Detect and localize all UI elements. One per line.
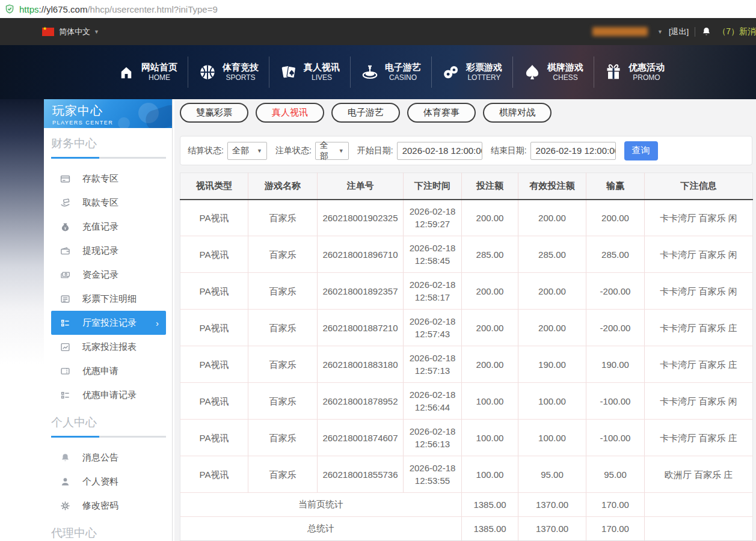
stats-label: 总统计: [180, 517, 462, 541]
table-header: 视讯类型 游戏名称 注单号 下注时间 投注额 有效投注额 输赢 下注信息: [180, 173, 753, 200]
table-cell: 260218001874607: [318, 420, 404, 456]
table-cell: 百家乐: [248, 310, 318, 346]
nav-label-zh: 棋牌游戏: [547, 62, 583, 73]
nav-item-sports[interactable]: 体育竞技SPORTS: [188, 57, 269, 88]
table-cell: 190.00: [586, 346, 645, 383]
table-cell: 100.00: [518, 420, 586, 456]
tab-sports-events[interactable]: 体育赛事: [407, 103, 476, 123]
search-button[interactable]: 查询: [624, 141, 658, 160]
new-messages-link[interactable]: （7）新消息: [718, 26, 756, 37]
order-status-label: 注单状态:: [275, 145, 312, 156]
nav-item-lives[interactable]: 真人视讯LIVES: [269, 57, 350, 88]
sidebar-item-label: 优惠申请: [82, 365, 118, 377]
wallet-icon: [60, 246, 70, 256]
table-cell: 95.00: [586, 456, 645, 493]
col-bet-time: 下注时间: [404, 173, 462, 200]
nav-label-zh: 电子游艺: [385, 62, 421, 73]
spade-icon: [523, 63, 541, 81]
table-cell: PA视讯: [180, 310, 248, 346]
table-cell: 285.00: [462, 236, 518, 273]
col-game-name: 游戏名称: [248, 173, 318, 200]
order-status-select[interactable]: 全部 ▼: [315, 142, 349, 160]
stats-empty: [645, 493, 753, 517]
current-page-stats-row: 当前页统计 1385.00 1370.00 170.00: [180, 493, 753, 517]
tab-live-video[interactable]: 真人视讯: [256, 103, 324, 123]
tab-electronic-games[interactable]: 电子游艺: [331, 103, 400, 123]
table-row: PA视讯百家乐2602180018831802026-02-18 12:57:1…: [180, 346, 753, 383]
address-url[interactable]: https://yl675.com/hhcp/usercenter.html?i…: [19, 4, 218, 14]
table-cell: 200.00: [518, 310, 586, 346]
table-cell: 100.00: [462, 456, 518, 493]
table-cell: 200.00: [518, 200, 586, 236]
col-bet-info: 下注信息: [645, 173, 753, 200]
sidebar-item-label: 资金记录: [82, 269, 118, 281]
logout-link[interactable]: [退出]: [669, 26, 689, 37]
sidebar-item-withdraw-records[interactable]: 提现记录: [44, 239, 172, 263]
sidebar-item-personal-profile[interactable]: 个人资料: [44, 469, 172, 494]
settle-status-select[interactable]: 全部 ▼: [227, 142, 267, 160]
sidebar-item-label: 充值记录: [82, 221, 118, 233]
nav-item-chess[interactable]: 棋牌游戏CHESS: [512, 57, 594, 88]
stats-empty: [645, 517, 753, 541]
table-cell: 100.00: [518, 383, 586, 420]
sidebar-item-withdraw-zone[interactable]: 取款专区: [44, 191, 172, 215]
start-date-input[interactable]: [397, 142, 482, 160]
tab-board-games[interactable]: 棋牌对战: [483, 103, 552, 123]
table-cell: -100.00: [586, 420, 645, 456]
user-icon: [60, 477, 70, 487]
topbar-divider: [695, 27, 695, 37]
sidebar-item-label: 厅室投注记录: [82, 317, 137, 329]
sidebar-item-fund-records[interactable]: 资金记录: [44, 263, 172, 287]
withdraw-hand-icon: [60, 198, 70, 208]
chevron-down-icon: ▼: [339, 148, 344, 154]
sidebar-item-change-password[interactable]: 修改密码: [44, 494, 172, 518]
nav-label-zh: 网站首页: [141, 62, 177, 73]
nav-item-home[interactable]: 网站首页HOME: [107, 57, 188, 88]
bell-icon[interactable]: [701, 26, 711, 37]
col-bet-number: 注单号: [318, 173, 404, 200]
stats-win-loss: 170.00: [586, 517, 645, 541]
end-date-input[interactable]: [530, 142, 616, 160]
list-check-icon: [60, 318, 70, 328]
sidebar-item-lottery-bet-detail[interactable]: 彩票下注明细: [44, 287, 172, 311]
username-caret-icon[interactable]: ▼: [657, 29, 663, 35]
sidebar-item-deposit-zone[interactable]: 存款专区: [44, 167, 172, 191]
sidebar-item-label: 提现记录: [82, 245, 118, 257]
table-cell: 卡卡湾厅 百家乐 闲: [645, 200, 753, 236]
banknotes-icon: [60, 270, 70, 280]
player-center-sidebar: 玩家中心 PLAYERS CENTER 财务中心 存款专区 取款专区 充值记录 …: [44, 99, 173, 541]
nav-label-zh: 真人视讯: [304, 62, 340, 73]
table-cell: 百家乐: [248, 346, 318, 383]
roulette-icon: [361, 63, 379, 81]
sidebar-item-recharge-records[interactable]: 充值记录: [44, 215, 172, 239]
order-status-value: 全部: [320, 140, 331, 162]
end-date-label: 结束日期:: [491, 145, 527, 156]
nav-label-en: CASINO: [389, 73, 417, 82]
table-cell: -200.00: [586, 273, 645, 310]
table-cell: 200.00: [462, 273, 518, 310]
table-cell: 卡卡湾厅 百家乐 庄: [645, 420, 753, 456]
table-cell: 285.00: [518, 236, 586, 273]
sidebar-item-message-announcements[interactable]: 消息公告: [44, 445, 172, 469]
table-cell: 欧洲厅 百家乐 庄: [645, 456, 753, 493]
nav-item-lottery[interactable]: 彩票游戏LOTTERY: [431, 57, 512, 88]
sidebar-item-promo-apply-records[interactable]: 优惠申请记录: [44, 383, 172, 407]
nav-item-promo[interactable]: 优惠活动PROMO: [594, 57, 675, 88]
sidebar-item-hall-bet-records[interactable]: 厅室投注记录 ›: [51, 311, 166, 335]
language-selector[interactable]: 简体中文: [59, 26, 90, 37]
table-cell: 200.00: [462, 346, 518, 383]
nav-label-en: SPORTS: [226, 73, 255, 82]
nav-item-casino[interactable]: 电子游艺CASINO: [350, 57, 431, 88]
username-blurred[interactable]: [592, 27, 648, 36]
sidebar-item-promo-apply[interactable]: 优惠申请: [44, 359, 172, 383]
section-heading-agent: 代理中心: [51, 525, 166, 541]
language-caret-icon[interactable]: ▼: [94, 29, 99, 35]
tab-lottery[interactable]: 雙赢彩票: [180, 103, 248, 123]
table-row: PA视讯百家乐2602180018923572026-02-18 12:58:1…: [180, 273, 753, 310]
sidebar-item-player-bet-report[interactable]: 玩家投注报表: [44, 335, 172, 359]
nav-label-zh: 优惠活动: [628, 62, 665, 73]
sidebar-header: 玩家中心 PLAYERS CENTER: [44, 99, 172, 128]
table-row: PA视讯百家乐2602180018967102026-02-18 12:58:4…: [180, 236, 753, 273]
bet-table-body: PA视讯百家乐2602180019023252026-02-18 12:59:2…: [180, 200, 753, 493]
table-cell: -200.00: [586, 310, 645, 346]
